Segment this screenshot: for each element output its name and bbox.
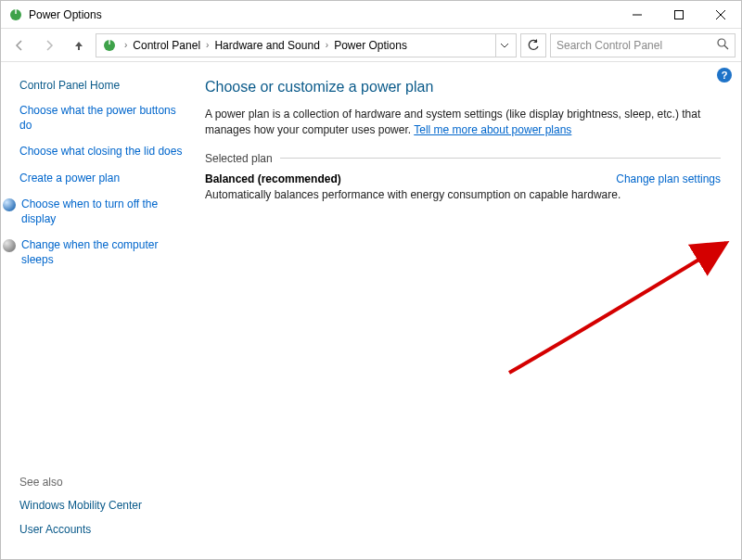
chevron-right-icon: ›	[204, 40, 211, 50]
main-panel: ? Choose or customize a power plan A pow…	[196, 62, 741, 559]
breadcrumb-dropdown[interactable]	[495, 34, 512, 57]
see-also-user-accounts[interactable]: User Accounts	[19, 522, 186, 537]
section-header: Selected plan	[205, 152, 721, 165]
page-title: Choose or customize a power plan	[205, 79, 721, 95]
svg-rect-1	[15, 9, 16, 14]
refresh-button[interactable]	[520, 33, 546, 57]
help-icon[interactable]: ?	[717, 68, 732, 83]
breadcrumb-item[interactable]: Power Options	[332, 39, 409, 52]
svg-rect-7	[109, 40, 109, 45]
nav-forward-button[interactable]	[36, 32, 62, 58]
svg-line-9	[724, 45, 728, 49]
sidebar-link-sleep[interactable]: Change when the computer sleeps	[19, 237, 186, 267]
chevron-right-icon: ›	[324, 40, 330, 50]
plan-name: Balanced (recommended)	[205, 172, 341, 185]
see-also-mobility[interactable]: Windows Mobility Center	[19, 498, 186, 513]
search-placeholder: Search Control Panel	[556, 39, 713, 52]
divider	[280, 158, 721, 159]
control-panel-home-link[interactable]: Control Panel Home	[19, 79, 186, 92]
display-icon	[3, 198, 16, 211]
maximize-button[interactable]	[658, 1, 699, 29]
toolbar: › Control Panel › Hardware and Sound › P…	[1, 29, 741, 62]
window-title: Power Options	[29, 8, 616, 21]
search-icon	[717, 38, 729, 53]
sidebar-item-label: Choose when to turn off the display	[21, 197, 186, 226]
breadcrumb[interactable]: › Control Panel › Hardware and Sound › P…	[96, 33, 517, 57]
sleep-icon	[3, 239, 16, 252]
minimize-button[interactable]	[616, 1, 658, 29]
see-also-heading: See also	[19, 476, 186, 489]
sidebar-link-closing-lid[interactable]: Choose what closing the lid does	[19, 144, 186, 159]
search-input[interactable]: Search Control Panel	[550, 33, 736, 57]
breadcrumb-item[interactable]: Hardware and Sound	[212, 39, 321, 52]
power-options-icon	[8, 7, 23, 22]
chevron-right-icon: ›	[122, 40, 129, 50]
sidebar-link-turn-off-display[interactable]: Choose when to turn off the display	[19, 197, 186, 226]
annotation-arrow	[502, 234, 742, 382]
nav-up-button[interactable]	[66, 32, 92, 58]
power-options-icon	[102, 38, 117, 53]
page-description: A power plan is a collection of hardware…	[205, 107, 721, 139]
sidebar: Control Panel Home Choose what the power…	[1, 62, 196, 559]
plan-description: Automatically balances performance with …	[205, 188, 721, 201]
svg-point-8	[718, 39, 725, 46]
content-area: Control Panel Home Choose what the power…	[1, 62, 741, 559]
close-button[interactable]	[699, 1, 741, 29]
sidebar-link-create-plan[interactable]: Create a power plan	[19, 171, 186, 185]
titlebar: Power Options	[1, 1, 741, 29]
section-label: Selected plan	[205, 152, 273, 165]
learn-more-link[interactable]: Tell me more about power plans	[414, 123, 571, 136]
sidebar-item-label: Change when the computer sleeps	[21, 237, 186, 267]
sidebar-link-power-buttons[interactable]: Choose what the power buttons do	[19, 103, 186, 133]
change-plan-settings-link[interactable]: Change plan settings	[616, 172, 721, 185]
svg-rect-3	[674, 10, 683, 19]
nav-back-button[interactable]	[6, 32, 32, 58]
breadcrumb-item[interactable]: Control Panel	[131, 39, 202, 52]
